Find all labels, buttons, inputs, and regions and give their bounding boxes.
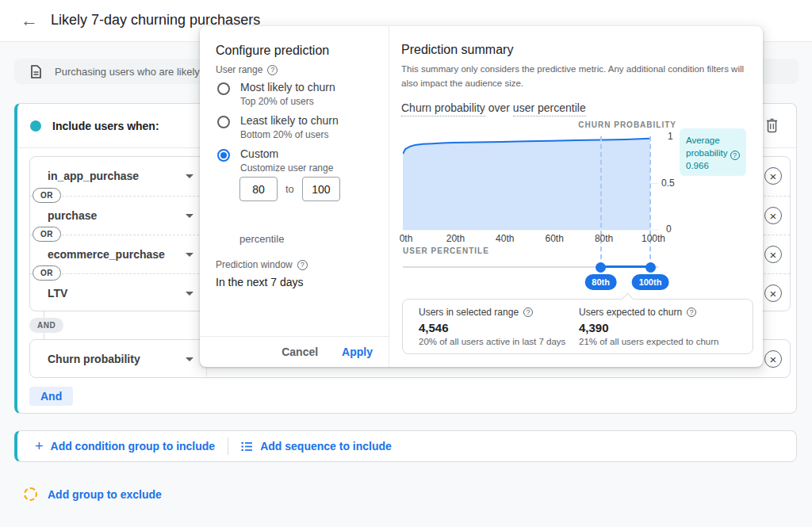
cancel-button[interactable]: Cancel: [282, 346, 318, 358]
vertical-divider: [228, 437, 228, 455]
add-sequence-button[interactable]: Add sequence to include: [241, 440, 392, 453]
help-icon[interactable]: [523, 307, 533, 317]
average-probability-callout: Average probability 0.966: [680, 128, 746, 176]
slider-handle-high[interactable]: [645, 262, 656, 273]
and-connector-pill: AND: [29, 318, 63, 333]
slider-value-low[interactable]: 80th: [584, 274, 617, 290]
chevron-down-icon: [186, 214, 193, 218]
configure-title: Configure prediction: [216, 44, 329, 58]
help-icon[interactable]: [267, 65, 278, 75]
x-tick-label: 60th: [538, 233, 570, 244]
add-sequence-label: Add sequence to include: [260, 440, 392, 453]
x-tick-label: 80th: [588, 233, 620, 244]
radio-sublabel: Top 20% of users: [240, 96, 335, 107]
to-label: to: [285, 183, 294, 195]
plus-icon: +: [35, 438, 44, 455]
average-probability-label: Average probability: [686, 136, 727, 158]
y-tick-label: 0.5: [661, 178, 682, 189]
user-range-label: User range: [216, 64, 278, 75]
radio-label: Least likely to churn: [240, 114, 339, 128]
include-group-dot-icon: [30, 120, 41, 132]
x-tick-label: 20th: [439, 233, 471, 244]
add-condition-group-button[interactable]: + Add condition group to include: [35, 438, 215, 455]
prediction-window-value: In the next 7 days: [216, 276, 304, 288]
radio-icon: [217, 82, 230, 95]
slider-active-track: [601, 265, 650, 268]
range-from-input[interactable]: [239, 177, 278, 201]
or-connector-pill: OR: [33, 188, 61, 203]
document-icon: [30, 65, 42, 78]
chevron-down-icon: [186, 292, 193, 296]
radio-option-least-likely[interactable]: Least likely to churn Bottom 20% of user…: [217, 114, 339, 140]
condition-dropdown[interactable]: Churn probability: [48, 353, 140, 365]
x-axis-title: USER PERCENTILE: [403, 246, 489, 255]
dialog-footer: Cancel Apply: [200, 336, 389, 367]
slider-handle-low[interactable]: [596, 262, 606, 273]
prediction-summary-title: Prediction summary: [401, 43, 513, 57]
add-and-condition-button[interactable]: And: [29, 387, 73, 406]
churn-probability-term[interactable]: Churn probability: [401, 101, 485, 116]
user-range-text: User range: [216, 64, 262, 75]
chevron-down-icon: [186, 174, 193, 178]
condition-dropdown[interactable]: ecommerce_purchase: [48, 248, 165, 261]
radio-selected-icon: [217, 149, 230, 162]
remove-condition-button[interactable]: [764, 350, 782, 368]
percentile-range-row: to: [239, 177, 340, 201]
y-axis-title: CHURN PROBABILITY: [508, 120, 676, 129]
condition-dropdown[interactable]: LTV: [48, 287, 67, 300]
range-to-input[interactable]: [302, 177, 340, 201]
add-condition-group-label: Add condition group to include: [51, 440, 216, 453]
connector-line: [44, 333, 44, 339]
prediction-summary-description: This summary only considers the predicti…: [401, 63, 756, 91]
remove-condition-button[interactable]: [764, 246, 782, 263]
slider-value-high[interactable]: 100th: [632, 274, 669, 290]
stat-users-in-range: Users in selected range 4,546 20% of all…: [403, 300, 579, 353]
x-tick-label: 100th: [638, 233, 669, 244]
or-connector-pill: OR: [33, 265, 61, 281]
chart-title: Churn probability over user percentile: [401, 101, 586, 114]
condition-dropdown[interactable]: in_app_purchase: [48, 170, 139, 182]
help-icon[interactable]: [297, 260, 308, 270]
stat-users-expected-churn: Users expected to churn 4,390 21% of all…: [579, 300, 718, 353]
help-icon[interactable]: [730, 151, 740, 160]
prediction-window-label: Prediction window: [216, 259, 308, 270]
delete-group-button[interactable]: [765, 118, 779, 133]
selected-range-guide-line: [600, 136, 602, 267]
radio-sublabel: Customize user range: [240, 162, 333, 174]
chart-title-middle: over: [488, 101, 510, 114]
stat-value: 4,390: [579, 321, 718, 334]
churn-probability-chart: 0th20th40th60th80th100th USER PERCENTILE…: [403, 135, 658, 293]
chevron-down-icon: [186, 253, 193, 257]
configure-pane: Configure prediction User range Most lik…: [200, 26, 389, 367]
area-chart: [403, 135, 658, 231]
summary-stats-card: Users in selected range 4,546 20% of all…: [402, 299, 753, 354]
help-icon[interactable]: [687, 307, 696, 317]
x-tick-label: 40th: [489, 233, 521, 244]
include-group-title: Include users when:: [52, 120, 159, 132]
add-group-to-exclude-button[interactable]: Add group to exclude: [24, 487, 162, 501]
user-percentile-term[interactable]: user percentile: [513, 101, 586, 116]
audience-builder-page: ← Likely 7-day churning purchasers Purch…: [0, 0, 812, 527]
add-actions-bar: + Add condition group to include Add seq…: [14, 430, 797, 462]
radio-label: Custom: [240, 147, 333, 161]
add-group-to-exclude-label: Add group to exclude: [48, 488, 162, 501]
radio-option-most-likely[interactable]: Most likely to churn Top 20% of users: [217, 81, 335, 107]
stat-subtext: 21% of all users expected to churn: [579, 337, 718, 346]
stat-subtext: 20% of all users active in last 7 days: [419, 337, 579, 346]
dashed-circle-icon: [24, 487, 37, 501]
sequence-list-icon: [241, 441, 253, 452]
radio-label: Most likely to churn: [240, 81, 335, 94]
remove-condition-button[interactable]: [764, 167, 782, 185]
chart-area-fill: [403, 139, 650, 230]
apply-button[interactable]: Apply: [342, 346, 373, 358]
remove-condition-button[interactable]: [764, 207, 782, 224]
back-arrow-icon[interactable]: ←: [21, 11, 38, 30]
condition-dropdown[interactable]: purchase: [48, 209, 97, 222]
remove-condition-button[interactable]: [764, 285, 782, 302]
radio-icon: [217, 116, 230, 128]
radio-option-custom[interactable]: Custom Customize user range: [217, 147, 333, 174]
stat-label: Users expected to churn: [579, 307, 682, 318]
stat-label: Users in selected range: [419, 307, 519, 318]
selected-range-guide-line: [649, 136, 651, 267]
or-connector-pill: OR: [33, 227, 61, 242]
